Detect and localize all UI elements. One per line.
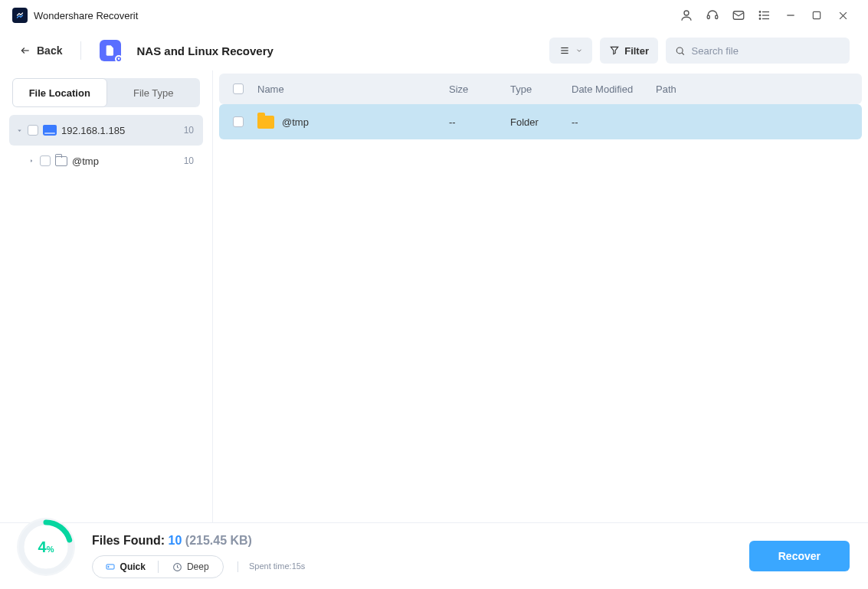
tab-file-location[interactable]: File Location [12,78,107,107]
app-logo [12,8,28,23]
scan-mode-toggle: Quick Deep [92,555,224,578]
search-icon [675,45,686,57]
svg-line-20 [682,52,684,54]
back-label: Back [37,44,62,57]
main: File Location File Type 192.168.1.185 10… [0,70,868,522]
tree-root-label: 192.168.1.185 [61,125,125,136]
svg-rect-11 [813,11,820,18]
svg-point-8 [759,15,761,16]
percent-value: 4 [38,538,47,555]
close-icon[interactable] [830,2,856,28]
svg-point-0 [684,11,689,15]
quick-scan-button[interactable]: Quick [93,556,158,578]
col-path[interactable]: Path [656,83,862,95]
support-icon[interactable] [699,2,726,28]
sidebar: File Location File Type 192.168.1.185 10… [0,70,213,522]
folder-outline-icon [55,156,67,166]
col-size[interactable]: Size [449,83,510,95]
cell-size: -- [449,116,510,128]
svg-point-19 [676,47,683,54]
minimize-icon[interactable] [778,2,804,28]
scan-progress: 4% [14,515,78,579]
titlebar: Wondershare Recoverit [0,0,868,31]
svg-point-7 [759,11,761,13]
app-title: Wondershare Recoverit [34,10,138,21]
col-name[interactable]: Name [257,83,449,95]
svg-marker-22 [31,159,32,162]
spent-time: Spent time:15s [237,561,305,572]
col-date[interactable]: Date Modified [572,83,656,95]
recover-button[interactable]: Recover [749,541,850,571]
svg-point-9 [759,18,761,20]
select-all-checkbox[interactable] [233,83,244,94]
col-type[interactable]: Type [510,83,572,95]
divider [80,41,81,60]
account-icon[interactable] [673,2,699,28]
view-mode-button[interactable] [549,38,592,64]
cell-date: -- [572,116,656,128]
cell-name: @tmp [282,116,309,128]
checkbox[interactable] [40,155,51,166]
svg-rect-1 [707,15,709,19]
deep-scan-button[interactable]: Deep [159,556,224,578]
toolbar: Back NAS and Linux Recovery Filter [0,31,868,70]
drive-icon [43,125,57,136]
folder-icon [257,116,274,129]
tree-root[interactable]: 192.168.1.185 10 [9,115,203,146]
tab-file-type[interactable]: File Type [107,78,201,107]
nas-mode-icon [100,40,121,61]
maximize-icon[interactable] [804,2,830,28]
checkbox[interactable] [28,125,38,136]
filter-button[interactable]: Filter [600,38,658,64]
chevron-right-icon[interactable] [28,158,35,164]
tree-root-count: 10 [184,125,197,136]
sidebar-tabs: File Location File Type [12,78,200,107]
search-box[interactable] [666,38,850,64]
svg-marker-21 [18,129,21,132]
back-button[interactable]: Back [18,44,62,57]
search-input[interactable] [692,45,841,57]
mode-title: NAS and Linux Recovery [136,44,273,57]
footer: 4% Files Found: 10 (215.45 KB) Quick Dee… [0,522,868,589]
svg-point-29 [107,566,108,567]
table-row[interactable]: @tmp -- Folder -- [219,104,862,139]
tree-child-label: @tmp [72,155,99,167]
list-icon[interactable] [752,2,778,28]
chevron-down-icon[interactable] [15,127,23,134]
table-header: Name Size Type Date Modified Path [219,74,862,104]
tree-child-count: 10 [184,155,197,166]
tree-child[interactable]: @tmp 10 [9,146,203,176]
filter-label: Filter [624,45,649,57]
cell-type: Folder [510,116,572,128]
svg-rect-2 [716,15,718,19]
files-found: Files Found: 10 (215.45 KB) [92,534,305,548]
file-table: Name Size Type Date Modified Path @tmp -… [213,70,868,522]
mail-icon[interactable] [726,2,752,28]
row-checkbox[interactable] [233,116,244,127]
